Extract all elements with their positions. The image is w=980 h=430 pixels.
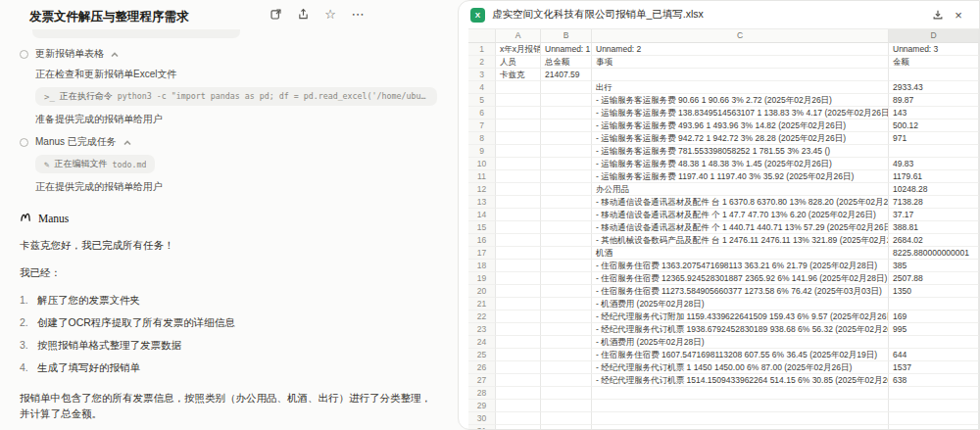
sheet-cell-A1[interactable]: x年x月报销 [496, 43, 541, 56]
task-section-update-sheet[interactable]: 更新报销单表格 [20, 47, 435, 61]
edit-file-pill[interactable]: ✎ 正在编辑文件 todo.md [35, 155, 155, 173]
column-header-C[interactable]: C [592, 29, 889, 43]
sheet-cell-B18[interactable] [541, 260, 592, 272]
command-pill[interactable]: >_ 正在执行命令 python3 -c "import pandas as p… [35, 87, 437, 106]
sheet-cell-A20[interactable] [496, 285, 541, 298]
sheet-cell-C16[interactable]: - 其他机械设备数码产品及配件 台 1 2476.11 2476.11 13% … [592, 234, 889, 247]
sheet-cell-C13[interactable]: - 移动通信设备通讯器材及配件 台 1 6370.8 6370.80 13% 8… [592, 196, 889, 209]
sheet-cell-B19[interactable] [541, 272, 592, 285]
sheet-cell-B31[interactable] [541, 425, 592, 430]
row-number[interactable]: 4 [468, 81, 496, 94]
row-number[interactable]: 24 [468, 336, 496, 349]
row-number[interactable]: 10 [468, 158, 496, 170]
sheet-cell-A15[interactable] [496, 221, 541, 234]
chevron-up-icon[interactable] [123, 138, 131, 146]
row-number[interactable]: 13 [468, 196, 496, 209]
sheet-cell-C29[interactable] [592, 400, 889, 412]
sheet-cell-D4[interactable]: 2933.43 [889, 81, 979, 94]
sheet-cell-B23[interactable] [541, 323, 592, 336]
sheet-cell-A4[interactable] [496, 81, 541, 94]
sheet-cell-B29[interactable] [541, 400, 592, 412]
sheet-cell-B5[interactable] [541, 94, 592, 107]
sheet-cell-B1[interactable]: Unnamed: 1 [541, 43, 592, 56]
sheet-cell-D1[interactable]: Unnamed: 3 [889, 43, 979, 56]
sheet-cell-A9[interactable] [496, 145, 541, 158]
sheet-cell-C12[interactable]: 办公用品 [592, 183, 889, 196]
sheet-cell-C14[interactable]: - 移动通信设备通讯器材及配件 个 1 47.7 47.70 13% 6.20 … [592, 209, 889, 221]
sheet-cell-C2[interactable]: 事项 [592, 56, 889, 69]
more-icon[interactable]: ⋯ [351, 7, 365, 21]
sheet-cell-A2[interactable]: 人员 [496, 56, 541, 69]
row-number[interactable]: 7 [468, 119, 496, 132]
row-number[interactable]: 27 [468, 374, 496, 387]
column-header-B[interactable]: B [541, 29, 592, 43]
sheet-cell-D21[interactable] [889, 298, 979, 311]
sheet-cell-B14[interactable] [541, 209, 592, 221]
sheet-cell-C28[interactable] [592, 387, 889, 400]
row-number[interactable]: 6 [468, 107, 496, 119]
sheet-cell-D22[interactable]: 169 [889, 311, 979, 323]
sheet-cell-D14[interactable]: 37.17 [889, 209, 979, 221]
sheet-cell-B22[interactable] [541, 311, 592, 323]
sheet-cell-C20[interactable]: - 住宿服务住宿费 11273.584905660377 1273.58 6% … [592, 285, 889, 298]
row-number[interactable]: 25 [468, 349, 496, 361]
sheet-cell-B27[interactable] [541, 374, 592, 387]
sheet-cell-B9[interactable] [541, 145, 592, 158]
sheet-cell-A30[interactable] [496, 412, 541, 425]
sheet-cell-A10[interactable] [496, 158, 541, 170]
row-number[interactable]: 12 [468, 183, 496, 196]
sheet-cell-B15[interactable] [541, 221, 592, 234]
sheet-cell-B10[interactable] [541, 158, 592, 170]
sheet-cell-C31[interactable] [592, 425, 889, 430]
download-icon[interactable] [931, 8, 945, 22]
sheet-cell-D13[interactable]: 7138.28 [889, 196, 979, 209]
sheet-corner-cell[interactable] [468, 29, 496, 43]
sheet-cell-D24[interactable] [889, 336, 979, 349]
sheet-cell-A11[interactable] [496, 170, 541, 183]
sheet-cell-D18[interactable]: 385 [889, 260, 979, 272]
sheet-cell-B13[interactable] [541, 196, 592, 209]
sheet-cell-B21[interactable] [541, 298, 592, 311]
row-number[interactable]: 11 [468, 170, 496, 183]
sheet-cell-C21[interactable]: - 机酒费用 (2025年02月28日) [592, 298, 889, 311]
sheet-cell-B30[interactable] [541, 412, 592, 425]
sheet-cell-A22[interactable] [496, 311, 541, 323]
sheet-cell-D17[interactable]: 8225.880000000001 [889, 247, 979, 260]
sheet-cell-B20[interactable] [541, 285, 592, 298]
row-number[interactable]: 18 [468, 260, 496, 272]
row-number[interactable]: 17 [468, 247, 496, 260]
sheet-cell-C25[interactable]: - 住宿服务住宿费 1607.5471698113208 607.55 6% 3… [592, 349, 889, 361]
sheet-cell-D16[interactable]: 2684.02 [889, 234, 979, 247]
sheet-cell-B3[interactable]: 21407.59 [541, 69, 592, 81]
sheet-cell-C9[interactable]: - 运输服务客运服务费 781.553398058252 1 781.55 3%… [592, 145, 889, 158]
sheet-cell-B26[interactable] [541, 361, 592, 374]
sheet-cell-C22[interactable]: - 经纪代理服务代订附加 1159.4339622641509 159.43 6… [592, 311, 889, 323]
sheet-cell-A6[interactable] [496, 107, 541, 119]
row-number[interactable]: 5 [468, 94, 496, 107]
sheet-cell-D29[interactable] [889, 400, 979, 412]
sheet-cell-A27[interactable] [496, 374, 541, 387]
sheet-cell-D20[interactable]: 1350 [889, 285, 979, 298]
row-number[interactable]: 30 [468, 412, 496, 425]
sheet-cell-C23[interactable]: - 经纪代理服务代订机票 1938.6792452830189 938.68 6… [592, 323, 889, 336]
sheet-cell-C4[interactable]: 出行 [592, 81, 889, 94]
sheet-cell-A23[interactable] [496, 323, 541, 336]
sheet-cell-A14[interactable] [496, 209, 541, 221]
share-icon[interactable] [296, 7, 310, 21]
sheet-cell-D7[interactable]: 500.12 [889, 119, 979, 132]
column-header-D[interactable]: D [889, 29, 979, 43]
sheet-cell-C30[interactable] [592, 412, 889, 425]
row-number[interactable]: 19 [468, 272, 496, 285]
sheet-cell-D25[interactable]: 644 [889, 349, 979, 361]
sheet-cell-B7[interactable] [541, 119, 592, 132]
sheet-cell-C3[interactable] [592, 69, 889, 81]
sheet-cell-B2[interactable]: 总金额 [541, 56, 592, 69]
sheet-cell-C11[interactable]: - 运输服务客运服务费 1197.40 1 1197.40 3% 35.92 (… [592, 170, 889, 183]
clipped-tool-pill[interactable] [32, 29, 240, 38]
row-number[interactable]: 1 [468, 43, 496, 56]
sheet-cell-B6[interactable] [541, 107, 592, 119]
sheet-cell-D23[interactable]: 995 [889, 323, 979, 336]
sheet-cell-A5[interactable] [496, 94, 541, 107]
row-number[interactable]: 15 [468, 221, 496, 234]
sheet-cell-A26[interactable] [496, 361, 541, 374]
